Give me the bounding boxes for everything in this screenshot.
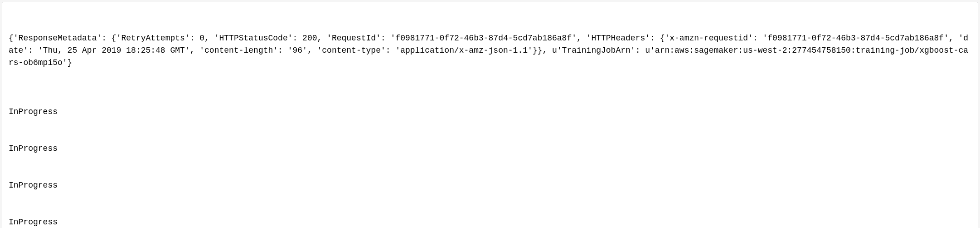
training-status-line: InProgress bbox=[9, 106, 971, 118]
training-status-line: InProgress bbox=[9, 143, 971, 155]
training-status-line: InProgress bbox=[9, 179, 971, 192]
notebook-output-cell: {'ResponseMetadata': {'RetryAttempts': 0… bbox=[2, 2, 978, 228]
response-metadata-output: {'ResponseMetadata': {'RetryAttempts': 0… bbox=[9, 32, 971, 69]
training-status-line: InProgress bbox=[9, 216, 971, 228]
